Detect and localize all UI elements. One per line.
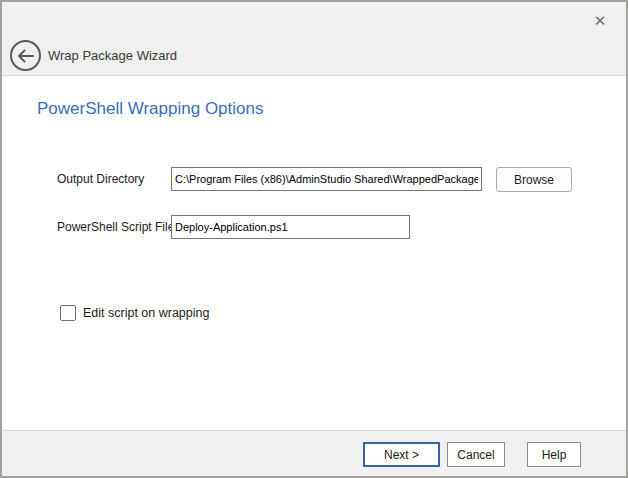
script-file-label: PowerShell Script File: [57, 215, 174, 239]
page-title: PowerShell Wrapping Options: [37, 99, 263, 119]
help-button[interactable]: Help: [527, 442, 581, 467]
wizard-title: Wrap Package Wizard: [48, 48, 177, 63]
script-file-input[interactable]: [171, 215, 410, 239]
back-arrow-icon: [17, 49, 34, 63]
next-button[interactable]: Next >: [363, 442, 440, 467]
edit-script-checkbox-label: Edit script on wrapping: [83, 306, 209, 320]
browse-button[interactable]: Browse: [496, 167, 572, 192]
back-button[interactable]: [10, 40, 41, 71]
wizard-header: Wrap Package Wizard ✕: [2, 2, 626, 76]
cancel-button[interactable]: Cancel: [447, 442, 505, 467]
output-directory-input[interactable]: [171, 167, 482, 191]
wizard-footer: Next > Cancel Help: [2, 430, 626, 476]
output-directory-label: Output Directory: [57, 167, 144, 191]
edit-script-checkbox-row[interactable]: Edit script on wrapping: [60, 305, 209, 321]
wizard-dialog: Wrap Package Wizard ✕ PowerShell Wrappin…: [0, 0, 628, 478]
close-icon[interactable]: ✕: [588, 8, 612, 32]
edit-script-checkbox[interactable]: [60, 305, 76, 321]
